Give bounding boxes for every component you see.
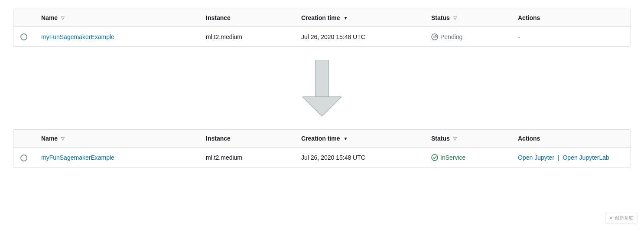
pending-icon [431,33,438,40]
bottom-row-status-badge: InService [431,154,504,161]
pipe-separator: | [558,154,559,161]
top-col-status-header[interactable]: Status ▽ [424,9,511,27]
bottom-row-creation-value: Jul 26, 2020 15:48 UTC [301,154,365,161]
bottom-row-radio[interactable] [20,154,27,161]
bottom-col-checkbox-header [13,130,34,148]
top-creation-sort-icon: ▼ [343,16,348,20]
watermark-text: 创新互联 [615,215,634,221]
watermark-symbol: ✕ [609,215,613,221]
bottom-table-header-row: Name ▽ Instance Creation time ▼ [13,130,631,148]
bottom-actions-label: Actions [518,135,540,142]
top-row-status-badge: Pending [431,33,504,40]
top-row-status-cell: Pending [424,27,511,47]
top-status-sort-icon: ▽ [453,16,457,20]
svg-rect-2 [315,60,329,97]
bottom-creation-label: Creation time [301,135,340,142]
top-row-name-link[interactable]: myFunSagemakerExample [41,33,114,40]
bottom-row-name-cell: myFunSagemakerExample [34,148,199,168]
top-col-instance-header: Instance [199,9,294,27]
top-table-row: myFunSagemakerExample ml.t2.medium Jul 2… [13,27,631,47]
top-status-label: Status [431,14,450,21]
top-name-label: Name [41,14,58,21]
svg-point-4 [432,154,438,161]
top-col-checkbox-header [13,9,34,27]
transition-arrow [13,47,631,129]
bottom-row-creation-cell: Jul 26, 2020 15:48 UTC [294,148,424,168]
bottom-row-instance-value: ml.t2.medium [206,154,242,161]
svg-point-1 [433,36,436,38]
watermark: ✕ 创新互联 [605,213,637,223]
bottom-name-label: Name [41,135,58,142]
top-actions-label: Actions [518,14,540,21]
bottom-col-name-header[interactable]: Name ▽ [34,130,199,148]
top-row-actions-value: - [518,33,520,40]
top-row-status-text: Pending [440,33,462,40]
bottom-table: Name ▽ Instance Creation time ▼ [13,130,631,167]
top-row-actions-cell: - [511,27,631,47]
bottom-status-label: Status [431,135,450,142]
top-row-creation-cell: Jul 26, 2020 15:48 UTC [294,27,424,47]
top-creation-label: Creation time [301,14,340,21]
bottom-creation-sort-icon: ▼ [343,136,348,141]
top-table: Name ▽ Instance Creation time ▼ [13,9,631,46]
bottom-row-checkbox-cell [13,148,34,168]
top-table-container: Name ▽ Instance Creation time ▼ [13,9,631,47]
bottom-col-actions-header: Actions [511,130,631,148]
svg-marker-3 [302,97,342,116]
bottom-table-row: myFunSagemakerExample ml.t2.medium Jul 2… [13,148,631,168]
bottom-table-container: Name ▽ Instance Creation time ▼ [13,129,631,168]
bottom-col-instance-header: Instance [199,130,294,148]
top-row-checkbox-cell [13,27,34,47]
bottom-status-sort-icon: ▽ [453,136,457,141]
bottom-name-sort-icon: ▽ [61,136,65,141]
top-col-creation-header[interactable]: Creation time ▼ [294,9,424,27]
bottom-row-status-text: InService [440,154,465,161]
bottom-row-instance-cell: ml.t2.medium [199,148,294,168]
bottom-row-actions-cell: Open Jupyter | Open JupyterLab [511,148,631,168]
open-jupyterlab-link[interactable]: Open JupyterLab [563,154,609,161]
top-row-instance-cell: ml.t2.medium [199,27,294,47]
top-row-radio[interactable] [20,33,27,40]
top-row-creation-value: Jul 26, 2020 15:48 UTC [301,33,365,40]
bottom-row-status-cell: InService [424,148,511,168]
top-row-name-cell: myFunSagemakerExample [34,27,199,47]
bottom-col-creation-header[interactable]: Creation time ▼ [294,130,424,148]
down-arrow-shape [302,60,342,116]
top-name-sort-icon: ▽ [61,16,65,20]
inservice-icon [431,154,438,161]
bottom-col-status-header[interactable]: Status ▽ [424,130,511,148]
top-row-instance-value: ml.t2.medium [206,33,242,40]
bottom-row-name-link[interactable]: myFunSagemakerExample [41,154,114,161]
top-col-actions-header: Actions [511,9,631,27]
top-instance-label: Instance [206,14,231,21]
top-table-header-row: Name ▽ Instance Creation time ▼ [13,9,631,27]
open-jupyter-link[interactable]: Open Jupyter [518,154,554,161]
bottom-instance-label: Instance [206,135,231,142]
watermark-badge: ✕ 创新互联 [605,213,637,223]
page-wrapper: Name ▽ Instance Creation time ▼ [0,0,644,177]
top-col-name-header[interactable]: Name ▽ [34,9,199,27]
